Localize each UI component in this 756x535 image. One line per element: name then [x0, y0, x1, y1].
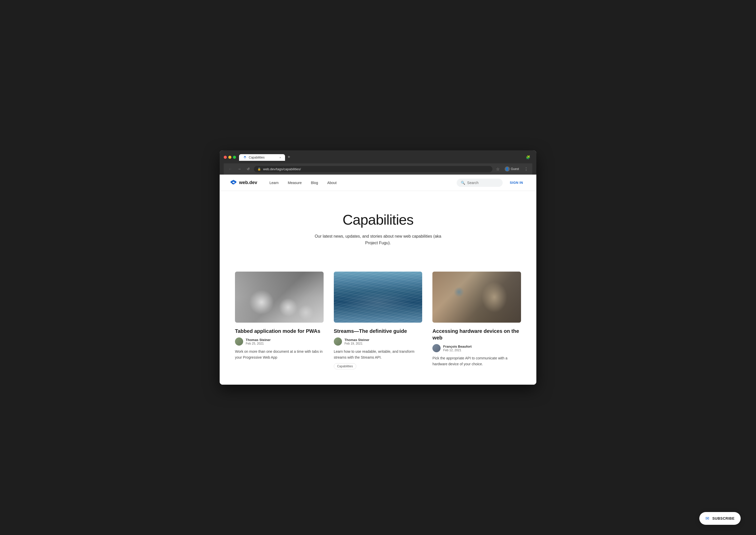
- search-placeholder: Search: [467, 181, 479, 185]
- search-icon: 🔍: [461, 181, 465, 185]
- profile-avatar: 👤: [505, 166, 510, 172]
- browser-nav-right: ☆ 👤 Guest ⋮: [495, 165, 529, 173]
- author-info-0: Thomas Steiner Feb 25, 2021: [246, 338, 271, 345]
- tag-capabilities[interactable]: Capabilities: [334, 363, 356, 369]
- article-title-0: Tabbed application mode for PWAs: [235, 328, 324, 334]
- search-box[interactable]: 🔍 Search: [457, 179, 503, 187]
- tab-title: Capabilities: [249, 156, 265, 159]
- browser-nav-bar: ← → ↺ 🔒 web.dev/tags/capabilities/ ☆ 👤 G…: [224, 163, 532, 175]
- address-text: web.dev/tags/capabilities/: [263, 167, 301, 171]
- article-desc-2: Pick the appropriate API to communicate …: [432, 355, 521, 367]
- address-bar[interactable]: 🔒 web.dev/tags/capabilities/: [254, 166, 492, 172]
- sign-in-button[interactable]: SIGN IN: [507, 179, 526, 186]
- active-tab[interactable]: Capabilities ×: [239, 154, 285, 161]
- webdev-logo-icon: [230, 179, 237, 186]
- page-title: Capabilities: [230, 211, 526, 228]
- nav-right-section: 🔍 Search SIGN IN: [457, 179, 526, 187]
- author-date-0: Feb 25, 2021: [246, 342, 271, 345]
- author-name-1: Thomas Steiner: [344, 338, 369, 342]
- article-desc-1: Learn how to use readable, writable, and…: [334, 349, 422, 360]
- new-tab-button[interactable]: +: [285, 154, 292, 161]
- article-image-chess: [235, 271, 324, 323]
- tab-bar: Capabilities × +: [239, 154, 521, 161]
- nav-link-learn[interactable]: Learn: [265, 179, 283, 187]
- logo-text: web.dev: [239, 180, 257, 185]
- hero-section: Capabilities Our latest news, updates, a…: [219, 191, 537, 261]
- article-image-streams: [334, 271, 422, 323]
- author-avatar-1: [334, 337, 342, 346]
- browser-top-row: Capabilities × + 🧩: [224, 154, 532, 163]
- article-title-1: Streams—The definitive guide: [334, 328, 422, 334]
- author-info-2: François Beaufort Feb 12, 2021: [443, 345, 472, 352]
- author-name-2: François Beaufort: [443, 345, 472, 349]
- profile-label: Guest: [511, 167, 519, 171]
- profile-button[interactable]: 👤 Guest: [503, 165, 521, 173]
- nav-link-blog[interactable]: Blog: [307, 179, 322, 187]
- article-desc-0: Work on more than one document at a time…: [235, 349, 324, 360]
- maximize-window-button[interactable]: [233, 156, 236, 159]
- articles-grid: Tabbed application mode for PWAs Thomas …: [219, 261, 537, 385]
- author-info-1: Thomas Steiner Feb 19, 2021: [344, 338, 369, 345]
- nav-refresh-button[interactable]: ↺: [245, 166, 251, 172]
- nav-forward-button[interactable]: →: [236, 166, 243, 172]
- subscribe-label: SUBSCRIBE: [712, 516, 735, 521]
- article-card-tabbed-pwa[interactable]: Tabbed application mode for PWAs Thomas …: [235, 271, 324, 369]
- lock-icon: 🔒: [257, 167, 261, 171]
- article-tags-1: Capabilities: [334, 363, 422, 369]
- article-title-2: Accessing hardware devices on the web: [432, 328, 521, 341]
- extensions-area-icon: 🧩: [524, 154, 532, 160]
- browser-window: Capabilities × + 🧩 ← → ↺ 🔒 web.dev/tags/…: [219, 150, 537, 385]
- subscribe-icon: ✉: [706, 516, 709, 521]
- tab-close-button[interactable]: ×: [279, 156, 281, 159]
- minimize-window-button[interactable]: [228, 156, 231, 159]
- author-row-1: Thomas Steiner Feb 19, 2021: [334, 337, 422, 346]
- author-avatar-0: [235, 337, 243, 346]
- author-row-2: François Beaufort Feb 12, 2021: [432, 344, 521, 352]
- author-date-2: Feb 12, 2021: [443, 349, 472, 352]
- page-content: web.dev Learn Measure Blog About 🔍 Searc…: [219, 175, 537, 385]
- browser-titlebar: Capabilities × + 🧩 ← → ↺ 🔒 web.dev/tags/…: [219, 150, 537, 175]
- nav-link-about[interactable]: About: [323, 179, 341, 187]
- subscribe-widget[interactable]: ✉ SUBSCRIBE: [699, 512, 741, 525]
- site-logo[interactable]: web.dev: [230, 179, 257, 186]
- close-window-button[interactable]: [224, 156, 227, 159]
- hero-subtitle: Our latest news, updates, and stories ab…: [314, 233, 442, 246]
- author-name-0: Thomas Steiner: [246, 338, 271, 342]
- tab-favicon: [243, 156, 247, 159]
- article-card-streams[interactable]: Streams—The definitive guide Thomas Stei…: [334, 271, 422, 369]
- author-row-0: Thomas Steiner Feb 25, 2021: [235, 337, 324, 346]
- nav-links: Learn Measure Blog About: [265, 179, 457, 187]
- site-nav: web.dev Learn Measure Blog About 🔍 Searc…: [219, 175, 537, 191]
- author-date-1: Feb 19, 2021: [344, 342, 369, 345]
- window-controls: [224, 156, 236, 159]
- more-options-icon[interactable]: ⋮: [523, 166, 529, 173]
- article-image-hardware: [432, 271, 521, 323]
- article-card-hardware[interactable]: Accessing hardware devices on the web Fr…: [432, 271, 521, 369]
- bookmark-icon[interactable]: ☆: [495, 166, 501, 173]
- nav-back-button[interactable]: ←: [227, 166, 233, 172]
- nav-link-measure[interactable]: Measure: [284, 179, 306, 187]
- author-avatar-2: [432, 344, 441, 352]
